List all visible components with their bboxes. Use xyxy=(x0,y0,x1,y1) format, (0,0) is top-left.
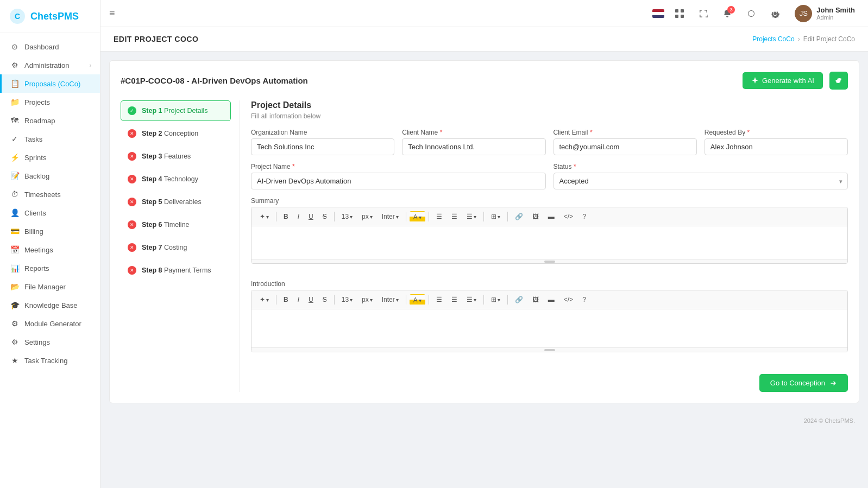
go-to-conception-button[interactable]: Go to Conception xyxy=(759,374,848,392)
toolbar-bold-btn-2[interactable]: B xyxy=(280,294,292,306)
sidebar-item-settings[interactable]: ⚙ Settings xyxy=(0,333,100,351)
toolbar-hr-btn[interactable]: ▬ xyxy=(544,211,558,223)
fullscreen-icon[interactable] xyxy=(695,5,712,22)
sidebar-item-projects[interactable]: 📁 Projects xyxy=(0,93,100,111)
toolbar-link-btn-2[interactable]: 🔗 xyxy=(511,294,527,306)
settings-gear-button[interactable] xyxy=(829,72,848,90)
step-1[interactable]: ✓ Step 1 Project Details xyxy=(121,100,231,121)
toolbar-ul-btn-2[interactable]: ☰ xyxy=(432,294,446,306)
toolbar-strikethrough-btn[interactable]: S xyxy=(319,211,331,223)
toolbar-align-btn[interactable]: ☰ ▾ xyxy=(463,211,480,223)
summary-editor-resize[interactable] xyxy=(251,259,847,263)
sidebar-item-timesheets[interactable]: ⏱ Timesheets xyxy=(0,185,100,204)
step-3-label: Step 3 Features xyxy=(142,153,191,160)
client-email-input[interactable] xyxy=(553,138,697,155)
requested-by-input[interactable] xyxy=(705,138,848,155)
sidebar-item-module-generator[interactable]: ⚙ Module Generator xyxy=(0,314,100,333)
module-generator-icon: ⚙ xyxy=(10,319,19,328)
sidebar-item-backlog[interactable]: 📝 Backlog xyxy=(0,167,100,185)
footer: 2024 © ChetsPMS. xyxy=(100,412,868,429)
project-id-bar: #C01P-COCO-08 - AI-Driven DevOps Automat… xyxy=(121,72,848,90)
toolbar-unit-btn-2[interactable]: px ▾ xyxy=(358,294,376,306)
toolbar-fontsize-btn[interactable]: 13 ▾ xyxy=(338,211,356,223)
toolbar-unit-btn[interactable]: px ▾ xyxy=(358,211,376,223)
settings-icon: ⚙ xyxy=(10,338,19,346)
toolbar-ol-btn[interactable]: ☰ xyxy=(448,211,461,223)
toolbar-fontsize-btn-2[interactable]: 13 ▾ xyxy=(338,294,356,306)
status-select[interactable]: Draft Pending Accepted Rejected xyxy=(553,173,848,189)
sidebar-item-knowledge-base[interactable]: 🎓 Knowledge Base xyxy=(0,296,100,314)
language-flag[interactable] xyxy=(652,9,664,18)
summary-group: Summary ✦ ▾ B I U S 13 ▾ p xyxy=(251,197,848,272)
sidebar-item-reports[interactable]: 📊 Reports xyxy=(0,259,100,277)
file-manager-icon: 📂 xyxy=(10,282,19,291)
step-3[interactable]: ✕ Step 3 Features xyxy=(121,146,231,167)
project-name-input[interactable] xyxy=(251,173,546,189)
sidebar-item-dashboard[interactable]: ⊙ Dashboard xyxy=(0,37,100,56)
introduction-editor-body[interactable] xyxy=(251,309,847,347)
sidebar-item-meetings[interactable]: 📅 Meetings xyxy=(0,240,100,259)
sidebar-item-label: Projects xyxy=(24,98,50,106)
step-7[interactable]: ✕ Step 7 Costing xyxy=(121,237,231,258)
breadcrumb-current: Edit Project CoCo xyxy=(803,35,855,43)
client-name-label: Client Name * xyxy=(402,129,545,136)
gear-icon[interactable] xyxy=(766,5,784,22)
sidebar-item-roadmap[interactable]: 🗺 Roadmap xyxy=(0,111,100,130)
toolbar-font-btn[interactable]: Inter ▾ xyxy=(378,211,402,223)
toolbar-underline-btn[interactable]: U xyxy=(305,211,317,223)
resize-handle-2 xyxy=(544,349,555,351)
step-2[interactable]: ✕ Step 2 Conception xyxy=(121,123,231,144)
toolbar-strikethrough-btn-2[interactable]: S xyxy=(319,294,331,306)
sidebar-item-tasks[interactable]: ✓ Tasks xyxy=(0,130,100,148)
toolbar-ol-btn-2[interactable]: ☰ xyxy=(448,294,461,306)
toolbar-magic-btn[interactable]: ✦ ▾ xyxy=(256,211,273,223)
theme-toggle-icon[interactable] xyxy=(743,5,760,22)
generate-ai-button[interactable]: Generate with AI xyxy=(743,72,823,89)
toolbar-color-btn[interactable]: A ▾ xyxy=(410,211,425,222)
client-name-input[interactable] xyxy=(402,138,545,155)
toolbar-hr-btn-2[interactable]: ▬ xyxy=(544,294,558,306)
toolbar-table-btn[interactable]: ⊞ ▾ xyxy=(487,211,504,223)
notification-count: 3 xyxy=(727,6,735,14)
toolbar-table-btn-2[interactable]: ⊞ ▾ xyxy=(487,294,504,306)
notification-bell[interactable]: 3 xyxy=(719,5,736,22)
step-8[interactable]: ✕ Step 8 Payment Terms xyxy=(121,260,231,281)
toolbar-image-btn[interactable]: 🖼 xyxy=(529,211,543,223)
toolbar-help-btn-2[interactable]: ? xyxy=(578,294,590,306)
toolbar-color-btn-2[interactable]: A ▾ xyxy=(410,294,425,305)
toolbar-code-btn[interactable]: </> xyxy=(560,211,577,223)
step-4[interactable]: ✕ Step 4 Technology xyxy=(121,169,231,189)
organization-name-input[interactable] xyxy=(251,138,394,155)
toolbar-image-btn-2[interactable]: 🖼 xyxy=(529,294,543,306)
sidebar-item-task-tracking[interactable]: ★ Task Tracking xyxy=(0,351,100,370)
sidebar-item-billing[interactable]: 💳 Billing xyxy=(0,222,100,240)
user-menu[interactable]: JS John Smith Admin xyxy=(790,3,859,24)
apps-icon[interactable] xyxy=(671,5,688,22)
summary-editor-body[interactable] xyxy=(251,226,847,259)
sidebar-item-administration[interactable]: ⚙ Administration › xyxy=(0,56,100,74)
step-6[interactable]: ✕ Step 6 Timeline xyxy=(121,214,231,235)
breadcrumb-parent[interactable]: Projects CoCo xyxy=(752,35,794,43)
toolbar-ul-btn[interactable]: ☰ xyxy=(432,211,446,223)
step-4-dot: ✕ xyxy=(128,175,136,183)
toolbar-code-btn-2[interactable]: </> xyxy=(560,294,577,306)
toolbar-magic-btn-2[interactable]: ✦ ▾ xyxy=(256,294,273,306)
sidebar-item-file-manager[interactable]: 📂 File Manager xyxy=(0,277,100,296)
introduction-editor-resize[interactable] xyxy=(251,347,847,352)
sidebar-item-sprints[interactable]: ⚡ Sprints xyxy=(0,148,100,167)
hamburger-icon[interactable]: ≡ xyxy=(109,8,115,19)
toolbar-bold-btn[interactable]: B xyxy=(280,211,292,223)
toolbar-underline-btn-2[interactable]: U xyxy=(305,294,317,306)
sidebar-item-proposals[interactable]: 📋 Proposals (CoCo) xyxy=(0,74,100,93)
meetings-icon: 📅 xyxy=(10,245,19,254)
toolbar-italic-btn[interactable]: I xyxy=(294,211,303,223)
step-5[interactable]: ✕ Step 5 Deliverables xyxy=(121,192,231,212)
sidebar-item-label: Tasks xyxy=(24,135,42,143)
sidebar-item-clients[interactable]: 👤 Clients xyxy=(0,204,100,222)
toolbar-align-btn-2[interactable]: ☰ ▾ xyxy=(463,294,480,306)
toolbar-font-btn-2[interactable]: Inter ▾ xyxy=(378,294,402,306)
toolbar-help-btn[interactable]: ? xyxy=(578,211,590,223)
toolbar-italic-btn-2[interactable]: I xyxy=(294,294,303,306)
toolbar-link-btn[interactable]: 🔗 xyxy=(511,211,527,223)
step-8-dot: ✕ xyxy=(128,266,136,275)
